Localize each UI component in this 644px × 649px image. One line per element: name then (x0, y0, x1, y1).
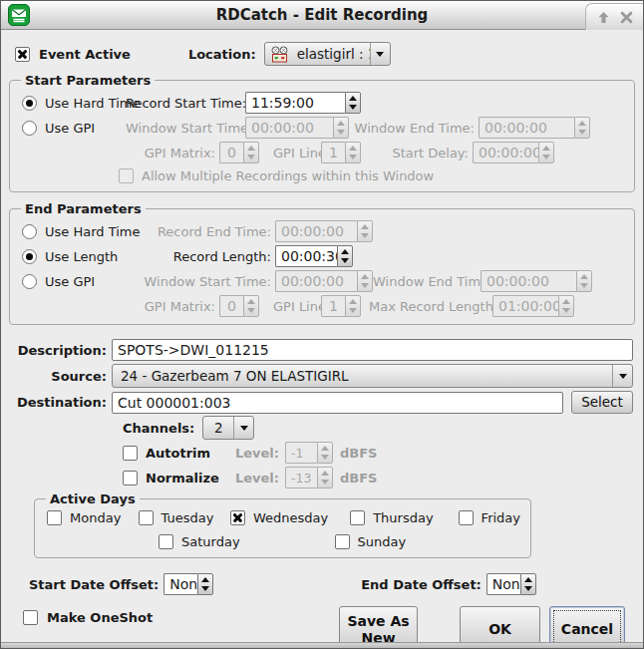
normalize-unit-label: dBFS (340, 471, 377, 486)
spinner-buttons[interactable] (197, 573, 213, 595)
end-use-gpi-radio[interactable] (22, 274, 37, 289)
friday-label: Friday (482, 510, 520, 525)
channels-row: Channels: 2 (123, 417, 633, 439)
description-input[interactable]: SPOTS->DWI_011215 (112, 339, 633, 361)
sunday-checkbox[interactable] (335, 534, 350, 549)
source-label: Source: (15, 369, 107, 384)
spinner-buttons[interactable] (520, 573, 536, 595)
gpi-matrix-label: GPI Matrix: (22, 146, 215, 161)
active-days-row-1: Monday Tuesday Wednesday Thursday Friday (47, 507, 520, 527)
use-gpi-label: Use GPI (45, 121, 95, 136)
start-gpi-row: Use GPI Window Start Time: 00:00:00 Wind… (22, 116, 624, 140)
thursday-checkbox[interactable] (350, 510, 365, 525)
window-start-time-spinbox: 00:00:00 (245, 117, 349, 139)
friday-checkbox[interactable] (459, 510, 474, 525)
record-start-time-spinbox[interactable]: 11:59:00 (245, 92, 361, 114)
titlebar[interactable]: RDCatch - Edit Recording (1, 1, 643, 30)
autotrim-level-label: Level: (221, 446, 279, 461)
titlebar-button-group (585, 3, 643, 30)
start-parameters-title: Start Parameters (21, 73, 155, 88)
allow-multiple-row: Allow Multiple Recordings within this Wi… (119, 165, 624, 185)
wednesday-checkbox[interactable] (230, 510, 245, 525)
record-length-label: Record Length: (126, 249, 271, 264)
saturday-checkbox[interactable] (159, 534, 173, 549)
allow-multiple-label: Allow Multiple Recordings within this Wi… (142, 168, 434, 183)
autotrim-checkbox[interactable] (123, 446, 138, 461)
source-combobox[interactable]: 24 - Gazerbeam 7 ON ELASTIGIRL (112, 364, 633, 388)
normalize-checkbox[interactable] (123, 471, 138, 486)
monday-checkbox[interactable] (47, 510, 62, 525)
active-days-row-2: Saturday Sunday (47, 531, 520, 551)
chevron-down-icon[interactable] (233, 417, 253, 439)
start-hard-time-row: Use Hard Time Record Start Time: 11:59:0… (22, 91, 624, 115)
rivendell-app-icon (8, 4, 30, 26)
spinner-buttons (538, 142, 554, 163)
end-gpi-line-label: GPI Line: (273, 299, 317, 314)
end-window-end-time-label: Window End Time: (373, 274, 477, 289)
autotrim-level-spinbox: -1 (285, 442, 333, 464)
spinner-buttons[interactable] (345, 92, 361, 114)
spinner-buttons (576, 270, 592, 292)
edit-recording-dialog: RDCatch - Edit Recording Event Active Lo… (0, 0, 644, 649)
location-value: elastigirl : 1R (289, 46, 370, 62)
spinner-buttons (317, 442, 333, 464)
end-parameters-group: End Parameters Use Hard Time Record End … (9, 208, 635, 325)
gpi-line-spinbox: 1 (321, 142, 361, 163)
use-length-radio[interactable] (22, 249, 37, 264)
spinner-buttons (333, 117, 349, 139)
spinner-buttons (345, 295, 361, 317)
header-row: Event Active Location: elastigirl : 1R (15, 42, 629, 66)
end-gpi-line-spinbox: 1 (321, 295, 361, 317)
wednesday-label: Wednesday (253, 510, 328, 525)
date-offset-row: Start Date Offset: None End Date Offset:… (29, 572, 643, 596)
autotrim-row: Autotrim Level: -1 dBFS (123, 442, 633, 464)
spinner-buttons (243, 142, 259, 163)
record-length-spinbox[interactable]: 00:00:30 (275, 245, 353, 267)
start-date-offset-spinbox[interactable]: None (163, 573, 213, 595)
destination-row: Destination: Cut 000001:003 Select (15, 391, 633, 414)
location-combobox[interactable]: elastigirl : 1R (264, 42, 391, 66)
end-window-start-time-label: Window Start Time: (126, 274, 271, 289)
use-hard-time-radio[interactable] (22, 96, 37, 111)
sunday-label: Sunday (358, 534, 407, 549)
record-start-time-label: Record Start Time: (126, 96, 241, 111)
tuesday-checkbox[interactable] (139, 510, 154, 525)
tape-deck-icon (270, 46, 289, 63)
select-button[interactable]: Select (571, 391, 633, 414)
destination-label: Destination: (15, 395, 107, 410)
allow-multiple-checkbox (119, 168, 134, 183)
end-date-offset-spinbox[interactable]: None (486, 573, 536, 595)
use-length-label: Use Length (45, 249, 118, 264)
spinner-buttons (243, 295, 259, 317)
start-gpi-settings-row: GPI Matrix: 0 GPI Line: 1 Start Delay: 0… (22, 141, 624, 164)
event-active-label: Event Active (39, 47, 131, 62)
end-gpi-row: Use GPI Window Start Time: 00:00:00 Wind… (22, 269, 624, 293)
description-label: Description: (15, 343, 107, 358)
chevron-down-icon[interactable] (612, 365, 632, 387)
spinner-buttons[interactable] (337, 245, 353, 267)
shade-window-icon[interactable] (597, 11, 610, 24)
normalize-label: Normalize (146, 471, 221, 486)
window-title: RDCatch - Edit Recording (1, 6, 643, 24)
window-resize-edge[interactable] (1, 642, 643, 648)
event-active-checkbox[interactable] (15, 47, 30, 62)
gpi-matrix-spinbox: 0 (219, 142, 259, 163)
normalize-level-spinbox: -13 (285, 467, 333, 488)
channels-label: Channels: (123, 421, 194, 436)
end-use-hard-time-radio[interactable] (22, 224, 37, 239)
make-oneshot-checkbox[interactable] (23, 610, 38, 625)
destination-input[interactable]: Cut 000001:003 (112, 392, 563, 414)
max-record-length-spinbox: 01:00:00 (492, 295, 574, 317)
start-date-offset-label: Start Date Offset: (29, 577, 159, 592)
window-end-time-spinbox: 00:00:00 (479, 117, 590, 139)
normalize-row: Normalize Level: -13 dBFS (123, 467, 633, 488)
normalize-level-label: Level: (221, 471, 279, 486)
channels-combobox[interactable]: 2 (202, 416, 254, 440)
chevron-down-icon[interactable] (370, 43, 390, 65)
record-end-time-spinbox: 00:00:00 (275, 220, 373, 242)
spinner-buttons (558, 295, 574, 317)
spinner-buttons (574, 117, 590, 139)
thursday-label: Thursday (373, 510, 433, 525)
close-window-icon[interactable] (620, 11, 633, 24)
use-gpi-radio[interactable] (22, 121, 37, 136)
